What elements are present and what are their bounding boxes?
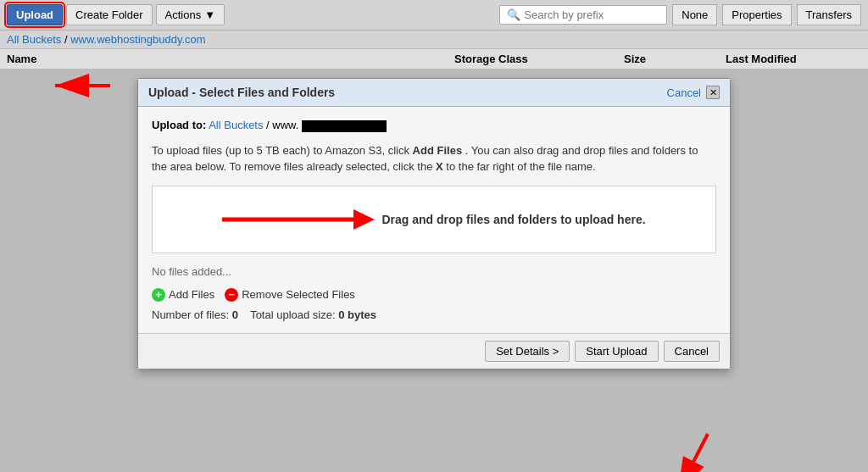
upload-to-label: Upload to: xyxy=(152,119,206,131)
modal-body: Upload to: All Buckets / www. To upload … xyxy=(138,107,730,333)
add-files-button[interactable]: + Add Files xyxy=(152,288,214,302)
svg-marker-1 xyxy=(353,209,375,230)
total-size-value: 0 bytes xyxy=(338,308,376,321)
num-files-value: 0 xyxy=(232,308,238,321)
col-name: Name xyxy=(7,53,454,65)
add-icon: + xyxy=(152,288,165,302)
modal-overlay: Upload - Select Files and Folders Cancel… xyxy=(0,69,868,472)
site-link[interactable]: www.webhostingbuddy.com xyxy=(70,33,205,46)
none-button[interactable]: None xyxy=(672,4,717,25)
set-details-button[interactable]: Set Details > xyxy=(485,341,570,362)
toolbar-right: 🔍 None Properties Transfers xyxy=(499,4,861,25)
breadcrumb: All Buckets / www.webhostingbuddy.com xyxy=(0,31,868,49)
upload-to-line: Upload to: All Buckets / www. xyxy=(152,119,716,132)
search-icon: 🔍 xyxy=(507,8,520,21)
properties-button[interactable]: Properties xyxy=(722,4,791,25)
table-header: Name Storage Class Size Last Modified xyxy=(0,49,868,69)
drop-zone[interactable]: Drag and drop files and folders to uploa… xyxy=(152,186,716,253)
col-storage: Storage Class xyxy=(454,53,624,65)
file-actions-row: + Add Files − Remove Selected Files xyxy=(152,288,716,302)
drop-zone-text: Drag and drop files and folders to uploa… xyxy=(381,213,645,226)
main-area: Upload - Select Files and Folders Cancel… xyxy=(0,69,868,472)
modal-close-button[interactable]: ✕ xyxy=(706,86,720,99)
instructions: To upload files (up to 5 TB each) to Ama… xyxy=(152,142,716,175)
all-buckets-link[interactable]: All Buckets xyxy=(7,33,61,46)
search-input[interactable] xyxy=(524,8,659,21)
instructions-text: To upload files (up to 5 TB each) to Ama… xyxy=(152,144,409,157)
instructions-end: to the far right of the file name. xyxy=(446,160,595,173)
transfers-button[interactable]: Transfers xyxy=(797,4,861,25)
remove-icon: − xyxy=(225,288,238,302)
upload-path-site: www. xyxy=(272,119,298,131)
num-files-label: Number of files: xyxy=(152,308,229,321)
add-files-label: Add Files xyxy=(169,288,214,301)
total-size-label: Total upload size: xyxy=(250,308,335,321)
modal-title-bar: Upload - Select Files and Folders Cancel… xyxy=(138,79,730,107)
upload-modal: Upload - Select Files and Folders Cancel… xyxy=(137,78,731,369)
toolbar: Upload Create Folder Actions ▼ 🔍 None Pr… xyxy=(0,0,868,31)
add-files-bold: Add Files xyxy=(413,144,463,157)
modal-title-right: Cancel ✕ xyxy=(667,86,720,99)
modal-cancel-link[interactable]: Cancel xyxy=(667,86,701,99)
no-files-text: No files added... xyxy=(152,262,716,281)
create-folder-button[interactable]: Create Folder xyxy=(66,4,152,25)
drop-zone-content: Drag and drop files and folders to uploa… xyxy=(222,204,645,235)
modal-footer: Set Details > Start Upload Cancel xyxy=(138,333,730,369)
search-box: 🔍 xyxy=(499,5,667,25)
drop-arrow-svg xyxy=(222,204,375,235)
col-size: Size xyxy=(624,53,726,65)
actions-label: Actions xyxy=(165,8,202,21)
x-label: X xyxy=(436,160,443,173)
remove-files-label: Remove Selected Files xyxy=(242,288,355,301)
col-modified: Last Modified xyxy=(726,53,861,65)
upload-button[interactable]: Upload xyxy=(7,4,63,25)
file-count-row: Number of files: 0 Total upload size: 0 … xyxy=(152,308,716,321)
cancel-footer-button[interactable]: Cancel xyxy=(664,341,720,362)
redacted-domain xyxy=(302,120,387,132)
start-upload-button[interactable]: Start Upload xyxy=(575,341,658,362)
modal-title: Upload - Select Files and Folders xyxy=(148,86,335,99)
upload-bucket-link[interactable]: All Buckets xyxy=(209,119,263,131)
actions-button[interactable]: Actions ▼ xyxy=(156,4,225,25)
chevron-down-icon: ▼ xyxy=(204,8,215,21)
remove-files-button[interactable]: − Remove Selected Files xyxy=(225,288,355,302)
